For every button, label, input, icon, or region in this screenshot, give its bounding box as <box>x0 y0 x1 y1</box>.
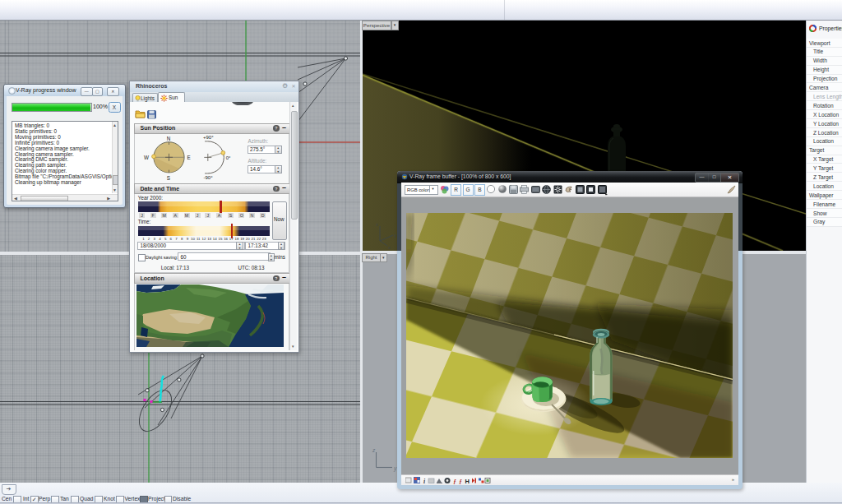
svg-text:x: x <box>388 245 391 250</box>
svg-text:S: S <box>167 175 170 181</box>
svg-text:-90°: -90° <box>204 175 214 180</box>
svg-text:H: H <box>465 477 470 484</box>
svg-text:+90°: +90° <box>203 135 214 140</box>
svg-text:y: y <box>394 233 396 238</box>
svg-text:E: E <box>187 155 191 160</box>
svg-text:z: z <box>376 222 378 227</box>
svg-text:ƒ: ƒ <box>453 478 456 484</box>
svg-text:W: W <box>144 155 149 160</box>
svg-text:i: i <box>423 477 426 484</box>
svg-text:N: N <box>167 136 171 141</box>
svg-text:z: z <box>372 447 376 453</box>
svg-text:0°: 0° <box>226 155 231 160</box>
svg-text:ƒ: ƒ <box>459 478 462 484</box>
